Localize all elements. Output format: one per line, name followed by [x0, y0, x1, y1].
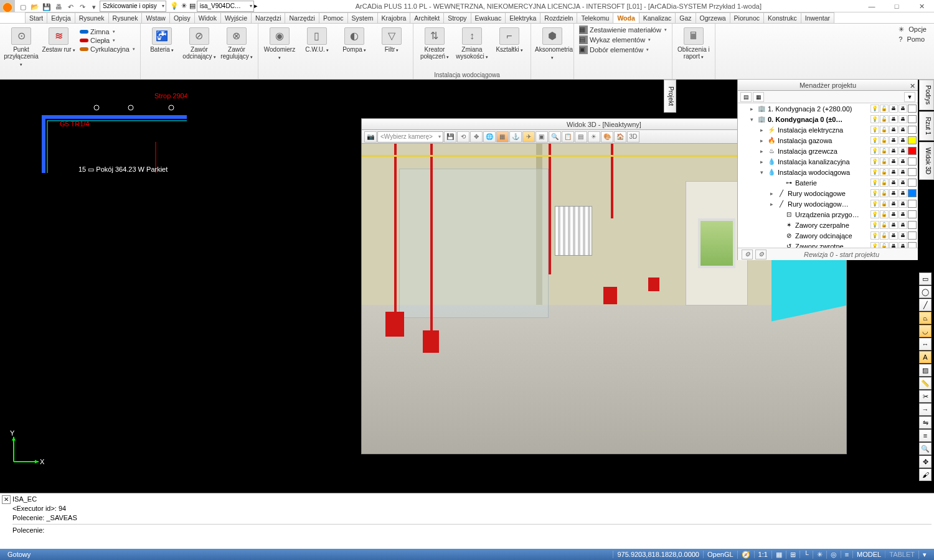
tree-row[interactable]: ▸🏢1. Kondygnacja 2 (+280.00)💡🔓🖶🖶	[738, 103, 918, 114]
view3d-orbit-icon[interactable]: ⟲	[457, 131, 469, 142]
tree-color-swatch[interactable]	[908, 168, 917, 176]
pump-button[interactable]: ◐Pompa	[337, 25, 372, 54]
projekt-vertical-tab[interactable]: Projekt	[664, 80, 676, 113]
view3d-layers-icon[interactable]: ▤	[575, 131, 587, 142]
tree-print2-icon[interactable]: 🖶	[899, 126, 907, 134]
ribbon-tab-gaz[interactable]: Gaz	[675, 12, 696, 23]
tree-twisty-icon[interactable]: ▸	[748, 106, 755, 112]
rt-extend-icon[interactable]: →	[919, 403, 932, 416]
circ-pipe-button[interactable]: Cyrkulacyjna	[78, 45, 136, 54]
tree-print2-icon[interactable]: 🖶	[899, 221, 907, 229]
tree-bulb-icon[interactable]: 💡	[870, 147, 879, 155]
tree-print2-icon[interactable]: 🖶	[899, 105, 907, 113]
tree-print2-icon[interactable]: 🖶	[899, 157, 907, 166]
view3d-home-icon[interactable]: 🏠	[614, 131, 626, 142]
pm-foot-btn1[interactable]: ⚙	[742, 250, 753, 259]
tree-row[interactable]: ▸╱Rury wodociągow…💡🔒🖶🖶	[738, 198, 918, 209]
tree-lock-icon[interactable]: 🔓	[880, 179, 889, 187]
tree-bulb-icon[interactable]: 💡	[870, 231, 879, 240]
qat-print-icon[interactable]: 🖶	[53, 1, 64, 12]
tree-twisty-icon[interactable]: ▸	[758, 159, 765, 165]
qat-save-icon[interactable]: 💾	[41, 1, 52, 12]
tree-print2-icon[interactable]: 🖶	[899, 136, 907, 144]
height-change-button[interactable]: ↕Zmiana wysokości	[455, 25, 489, 60]
tree-print-icon[interactable]: 🖶	[889, 221, 898, 229]
tree-color-swatch[interactable]	[908, 126, 917, 134]
ribbon-tab-opisy[interactable]: Opisy	[169, 12, 195, 23]
tree-color-swatch[interactable]	[908, 157, 917, 166]
pm-filter-icon[interactable]: ▼	[904, 92, 915, 102]
rt-paint-icon[interactable]: 🖌	[919, 469, 932, 481]
status-compass-icon[interactable]: 🧭	[737, 551, 754, 559]
status-ortho-icon[interactable]: └	[800, 551, 813, 558]
command-line[interactable]: ✕ ISA_EC <Executor id>: 94 Polecenie: _S…	[0, 493, 934, 549]
view3d-globe-icon[interactable]: 🌐	[483, 131, 496, 142]
options-link[interactable]: ✳ Opcje	[896, 25, 932, 34]
view3d-save-icon[interactable]: 💾	[444, 131, 456, 142]
tree-row[interactable]: ▸⚡Instalacja elektryczna💡🔓🖶🖶	[738, 124, 918, 135]
tree-color-swatch[interactable]	[908, 147, 917, 155]
status-polar-icon[interactable]: ✳	[813, 551, 826, 559]
view3d-render-icon[interactable]: 🎨	[601, 131, 613, 142]
tree-color-swatch[interactable]	[908, 210, 917, 218]
tree-print-icon[interactable]: 🖶	[889, 200, 898, 208]
tree-lock-icon[interactable]: 🔓	[880, 147, 889, 155]
rt-circle-icon[interactable]: ◯	[919, 286, 932, 298]
view3d-3d-icon[interactable]: 3D	[627, 131, 639, 142]
ribbon-tab-ogrzewa[interactable]: Ogrzewa	[696, 12, 730, 23]
tree-lock-icon[interactable]: 🔓	[880, 231, 889, 240]
water-meter-button[interactable]: ◉Wodomierz	[262, 25, 297, 61]
tree-bulb-icon[interactable]: 💡	[870, 115, 879, 123]
ribbon-tab-kanalizac[interactable]: Kanalizac	[639, 12, 676, 23]
qat-undo-icon[interactable]: ↶	[65, 1, 76, 12]
tree-print2-icon[interactable]: 🖶	[899, 231, 907, 240]
tree-print-icon[interactable]: 🖶	[889, 210, 898, 218]
filter-button[interactable]: ▽Filtr	[374, 25, 409, 54]
tree-color-swatch[interactable]	[908, 105, 917, 113]
status-scale[interactable]: 1:1	[754, 551, 771, 558]
tree-color-swatch[interactable]	[908, 115, 917, 123]
status-tablet[interactable]: TABLET	[885, 551, 918, 558]
hot-pipe-button[interactable]: Ciepła	[78, 36, 136, 45]
view3d-zoom-icon[interactable]: 🔍	[549, 131, 561, 142]
tree-print-icon[interactable]: 🖶	[889, 115, 898, 123]
ribbon-tab-woda[interactable]: Woda	[613, 12, 639, 23]
help-link[interactable]: ? Pomo	[896, 35, 932, 44]
project-tree[interactable]: ▸🏢1. Kondygnacja 2 (+280.00)💡🔓🖶🖶▾🏢0. Kon…	[738, 103, 918, 248]
workspace-combo[interactable]: Szkicowanie i opisy	[100, 1, 166, 12]
fittings-button[interactable]: ⌐Kształtki	[492, 25, 527, 54]
tree-row[interactable]: ⊘Zawory odcinające💡🔓🖶🖶	[738, 230, 918, 241]
tree-twisty-icon[interactable]: ▸	[758, 148, 765, 154]
tree-bulb-icon[interactable]: 💡	[870, 157, 879, 166]
tree-print2-icon[interactable]: 🖶	[899, 147, 907, 155]
rt-zoom-icon[interactable]: 🔍	[919, 442, 932, 455]
control-valve-button[interactable]: ⊗Zawór regulujący	[219, 25, 254, 60]
tree-lock-icon[interactable]: 🔓	[880, 157, 889, 166]
tree-print-icon[interactable]: 🖶	[889, 136, 898, 144]
ribbon-tab-krajobra[interactable]: Krajobra	[377, 12, 411, 23]
shutoff-valve-button[interactable]: ⊘Zawór odcinający	[182, 25, 217, 60]
tree-color-swatch[interactable]	[908, 179, 917, 187]
tree-print-icon[interactable]: 🖶	[889, 242, 898, 248]
ribbon-tab-rysunek[interactable]: Rysunek	[75, 12, 109, 23]
pm-foot-btn2[interactable]: ⚙	[755, 250, 767, 259]
maximize-button[interactable]: □	[884, 0, 909, 12]
vtab-podrys[interactable]: Podrys	[919, 80, 934, 110]
tree-lock-icon[interactable]: 🔓	[880, 168, 889, 176]
status-model[interactable]: MODEL	[852, 551, 885, 558]
tree-row[interactable]: ▸🔥Instalacja gazowa💡🔓🖶🖶	[738, 135, 918, 146]
tree-twisty-icon[interactable]: ▸	[768, 201, 775, 207]
tree-lock-icon[interactable]: 🔒	[880, 200, 889, 208]
tree-twisty-icon[interactable]: ▾	[748, 116, 755, 123]
minimize-button[interactable]: —	[859, 0, 884, 12]
rt-select-icon[interactable]: ▭	[919, 273, 932, 285]
faucet-button[interactable]: 🚰Bateria	[144, 25, 179, 54]
ribbon-tab-narzędzi[interactable]: Narzędzi	[251, 12, 285, 23]
element-list-button[interactable]: ▤Wykaz elementów	[578, 35, 652, 45]
tree-twisty-icon[interactable]: ▾	[758, 169, 765, 175]
tree-print-icon[interactable]: 🖶	[889, 147, 898, 155]
tree-twisty-icon[interactable]: ▸	[758, 127, 765, 133]
tree-print2-icon[interactable]: 🖶	[899, 115, 907, 123]
material-list-button[interactable]: ▦Zestawienie materiałów	[578, 25, 668, 35]
rt-measure-icon[interactable]: 📏	[919, 377, 932, 390]
